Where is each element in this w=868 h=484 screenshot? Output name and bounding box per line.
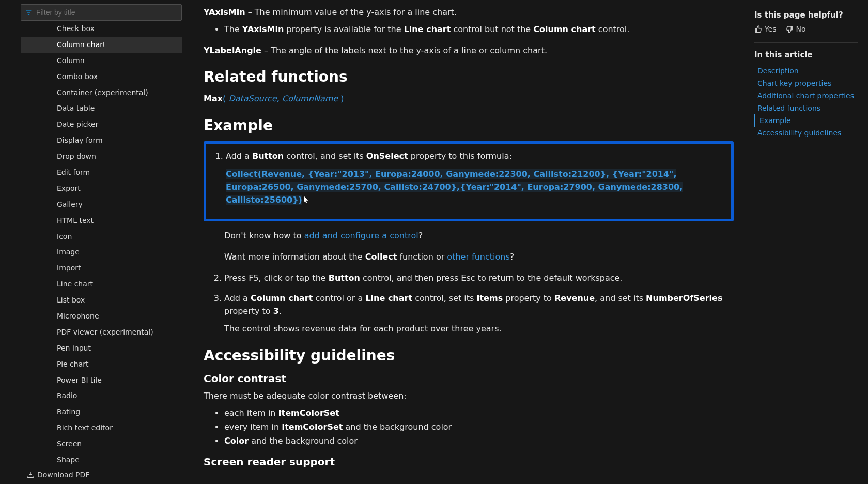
toc-link[interactable]: Chart key properties (754, 77, 858, 89)
cc-item-1: each item in ItemColorSet (224, 407, 734, 420)
left-sidebar: Check boxColumn chartColumnCombo boxCont… (0, 0, 186, 484)
toc-link[interactable]: Accessibility guidelines (754, 127, 858, 139)
button-link[interactable]: Button (252, 151, 284, 161)
toc-list: DescriptionChart key propertiesAdditiona… (754, 65, 858, 139)
nav-item[interactable]: Column chart (21, 37, 182, 53)
download-pdf[interactable]: Download PDF (21, 465, 186, 484)
download-icon (27, 471, 34, 478)
other-functions-link[interactable]: other functions (447, 252, 509, 262)
yaxismin-prop: YAxisMin (204, 7, 245, 17)
thumbs-down-icon (786, 25, 794, 33)
heading-related-functions: Related functions (204, 68, 734, 85)
download-label: Download PDF (37, 471, 89, 479)
yaxismin-para: YAxisMin – The minimum value of the y-ax… (204, 6, 734, 19)
nav-item[interactable]: Radio (21, 388, 182, 404)
thumbs-up-icon (754, 25, 762, 33)
filter-box[interactable] (21, 4, 182, 21)
nav-item[interactable]: Export (21, 180, 182, 196)
heading-screen-reader: Screen reader support (204, 456, 734, 468)
color-link[interactable]: Color (224, 436, 249, 446)
nav-item[interactable]: Power BI tile (21, 372, 182, 388)
nav-item[interactable]: Data table (21, 100, 182, 116)
formula-selected[interactable]: Collect(Revenue, {Year:"2013", Europa:24… (226, 169, 683, 205)
add-configure-link[interactable]: add and configure a control (304, 231, 419, 240)
nav-item[interactable]: Image (21, 244, 182, 260)
nav-item[interactable]: Microphone (21, 308, 182, 324)
nav-item[interactable]: PDF viewer (experimental) (21, 324, 182, 340)
cc-item-2: every item in ItemColorSet and the backg… (224, 421, 734, 434)
max-link[interactable]: Max (204, 94, 223, 103)
nav-item[interactable]: Screen (21, 436, 182, 452)
ylabelangle-para: YLabelAngle – The angle of the labels ne… (204, 44, 734, 57)
nav-item[interactable]: Gallery (21, 196, 182, 213)
nav-item[interactable]: Shape (21, 452, 182, 465)
nav-item[interactable]: Pie chart (21, 356, 182, 372)
nav-item[interactable]: Import (21, 260, 182, 276)
toc-link[interactable]: Description (754, 65, 858, 77)
max-func[interactable]: Max( DataSource, ColumnName ) (204, 93, 734, 105)
dont-know-line: Don't know how to add and configure a co… (224, 230, 734, 243)
color-contrast-intro: There must be adequate color contrast be… (204, 390, 734, 403)
helpful-no[interactable]: No (786, 25, 806, 33)
example-highlight: Add a Button control, and set its OnSele… (204, 141, 734, 221)
example-step-2: Press F5, click or tap the Button contro… (224, 272, 734, 285)
nav-item[interactable]: Drop down (21, 148, 182, 164)
in-this-article-heading: In this article (754, 50, 858, 59)
article-body: YAxisMin – The minimum value of the y-ax… (186, 0, 754, 484)
cc-item-3: Color and the background color (224, 435, 734, 448)
nav-list[interactable]: Check boxColumn chartColumnCombo boxCont… (21, 25, 186, 465)
heading-accessibility: Accessibility guidelines (204, 347, 734, 364)
helpful-yes[interactable]: Yes (754, 25, 777, 33)
heading-example: Example (204, 117, 734, 134)
collect-link[interactable]: Collect (365, 252, 397, 262)
cursor-icon (302, 194, 308, 203)
nav-item[interactable]: List box (21, 292, 182, 308)
nav-item[interactable]: HTML text (21, 213, 182, 229)
heading-color-contrast: Color contrast (204, 372, 734, 385)
step3-note: The control shows revenue data for each … (224, 323, 734, 336)
nav-item[interactable]: Rating (21, 404, 182, 420)
nav-item[interactable]: Line chart (21, 276, 182, 292)
toc-link[interactable]: Additional chart properties (754, 89, 858, 102)
want-more-line: Want more information about the Collect … (224, 251, 734, 264)
nav-item[interactable]: Column (21, 53, 182, 69)
nav-item[interactable]: Rich text editor (21, 420, 182, 436)
nav-item[interactable]: Combo box (21, 69, 182, 85)
toc-link[interactable]: Related functions (754, 102, 858, 114)
yaxismin-note: The YAxisMin property is available for t… (224, 23, 734, 36)
nav-item[interactable]: Date picker (21, 116, 182, 132)
nav-item[interactable]: Container (experimental) (21, 85, 182, 101)
example-step-1: Add a Button control, and set its OnSele… (226, 150, 724, 206)
nav-item[interactable]: Icon (21, 229, 182, 245)
onselect-link[interactable]: OnSelect (366, 151, 408, 161)
filter-input[interactable] (36, 8, 177, 17)
nav-item[interactable]: Pen input (21, 340, 182, 356)
nav-item[interactable]: Display form (21, 132, 182, 148)
filter-icon (25, 9, 32, 16)
nav-item[interactable]: Edit form (21, 164, 182, 180)
example-step-3: Add a Column chart control or a Line cha… (224, 292, 734, 336)
items-link[interactable]: Items (477, 293, 503, 303)
toc-link[interactable]: Example (754, 114, 858, 127)
button-link-2[interactable]: Button (329, 273, 360, 283)
helpful-question: Is this page helpful? (754, 10, 858, 20)
nav-item[interactable]: Check box (21, 25, 182, 37)
right-rail: Is this page helpful? Yes No In this art… (754, 0, 868, 484)
